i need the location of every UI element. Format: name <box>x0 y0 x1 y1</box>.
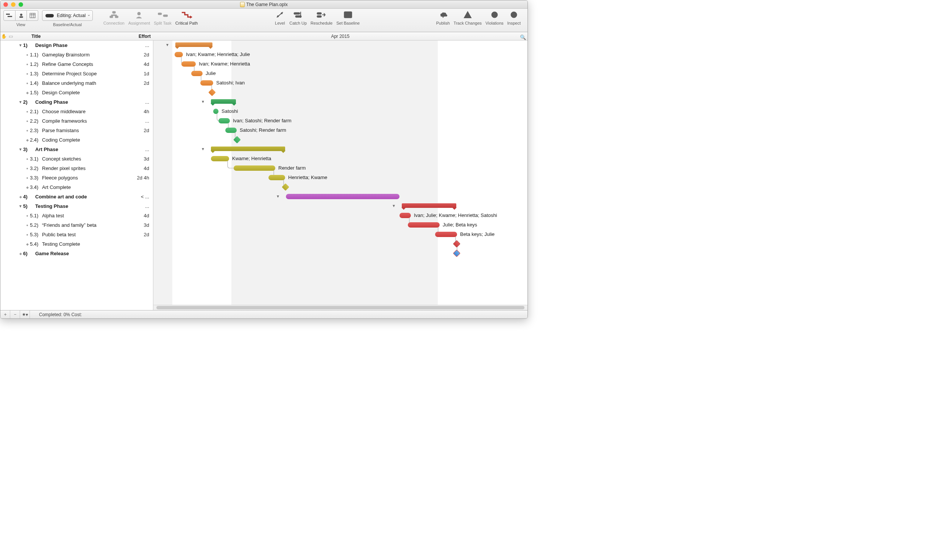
task-name[interactable]: Compile frameworks <box>42 118 130 124</box>
summary-disclosure-icon[interactable]: ▼ <box>165 43 169 47</box>
task-effort[interactable]: 2d <box>130 232 153 237</box>
gantt-row[interactable]: Beta keys; Julie <box>153 230 527 239</box>
task-row[interactable]: ◆2.4) Coding Complete <box>0 135 153 145</box>
gantt-row[interactable]: Ivan; Julie; Kwame; Henrietta; Satoshi <box>153 211 527 220</box>
gantt-row[interactable] <box>153 249 527 258</box>
gantt-row[interactable]: Henrietta; Kwame <box>153 173 527 183</box>
task-effort[interactable]: 1d <box>130 71 153 76</box>
critical-path-icon[interactable] <box>181 10 192 19</box>
gantt-row[interactable]: ▼ <box>153 192 527 201</box>
disclosure-icon[interactable]: ▼ <box>18 43 23 47</box>
task-name[interactable]: Combine art and code <box>35 194 130 200</box>
task-row[interactable]: ●1.4) Balance underlying math2d <box>0 78 153 88</box>
gantt-row[interactable]: Julie; Beta keys <box>153 220 527 230</box>
action-menu-button[interactable]: ✷▾ <box>20 310 30 318</box>
gantt-row[interactable]: Kwame; Henrietta <box>153 154 527 164</box>
task-row[interactable]: ●5.2) “Friends and family” beta3d <box>0 220 153 230</box>
task-effort[interactable]: 2d <box>130 52 153 58</box>
task-outline[interactable]: ▼1) Design Phase...●1.1) Gameplay Brains… <box>0 41 153 310</box>
remove-button[interactable]: － <box>10 310 20 318</box>
zoom-icon[interactable] <box>19 2 23 7</box>
disclosure-icon[interactable]: ▼ <box>18 100 23 104</box>
gantt-row[interactable] <box>153 135 527 145</box>
minimize-icon[interactable] <box>11 2 16 7</box>
notes-column-icon[interactable]: ▭ <box>7 34 14 39</box>
gantt-milestone[interactable] <box>233 136 241 144</box>
task-name[interactable]: Balance underlying math <box>42 80 130 86</box>
gantt-task-bar[interactable] <box>200 80 213 86</box>
task-name[interactable]: Art Phase <box>35 147 130 152</box>
gantt-task-bar[interactable] <box>213 109 218 114</box>
hand-tool-icon[interactable]: ✋ <box>0 34 7 39</box>
split-task-icon[interactable] <box>157 10 169 19</box>
gantt-task-bar[interactable] <box>400 213 411 218</box>
violations-icon[interactable] <box>489 10 500 19</box>
gantt-row[interactable]: ▼ <box>153 41 527 50</box>
gantt-task-bar[interactable] <box>191 71 203 76</box>
task-name[interactable]: Render pixel sprites <box>42 165 130 171</box>
gantt-chart[interactable]: ▼Ivan; Kwame; Henrietta; JulieIvan; Kwam… <box>153 41 527 310</box>
task-name[interactable]: Testing Phase <box>35 203 130 209</box>
task-row[interactable]: ●5.1) Alpha test4d <box>0 211 153 220</box>
task-row[interactable]: ◆4) Combine art and code< ... <box>0 192 153 201</box>
gantt-row[interactable]: Satoshi; Render farm <box>153 126 527 135</box>
gantt-row[interactable]: Satoshi <box>153 107 527 116</box>
task-effort[interactable]: 2d <box>130 80 153 86</box>
gantt-row[interactable]: Ivan; Kwame; Henrietta <box>153 59 527 69</box>
task-effort[interactable]: 4d <box>130 61 153 67</box>
task-row[interactable]: ◆5.4) Testing Complete <box>0 239 153 249</box>
summary-disclosure-icon[interactable]: ▼ <box>201 100 205 104</box>
assignment-icon[interactable] <box>133 10 145 19</box>
gantt-summary-bar[interactable] <box>175 42 212 47</box>
publish-icon[interactable] <box>437 10 449 19</box>
task-name[interactable]: Design Complete <box>42 90 130 95</box>
task-effort[interactable]: 4d <box>130 165 153 171</box>
summary-disclosure-icon[interactable]: ▼ <box>392 204 396 208</box>
task-name[interactable]: “Friends and family” beta <box>42 222 130 228</box>
connection-icon[interactable] <box>108 10 120 19</box>
gantt-task-bar[interactable] <box>268 175 285 180</box>
gantt-task-bar[interactable] <box>435 232 457 237</box>
gantt-row[interactable]: ▼ <box>153 97 527 107</box>
effort-column-header[interactable]: Effort <box>130 34 153 39</box>
task-row[interactable]: ◆1.5) Design Complete <box>0 88 153 97</box>
task-effort[interactable]: < ... <box>130 194 153 200</box>
catch-up-icon[interactable] <box>292 10 304 19</box>
task-name[interactable]: Determine Project Scope <box>42 71 130 76</box>
horizontal-scrollbar[interactable] <box>153 305 527 310</box>
task-name[interactable]: Game Release <box>35 251 130 256</box>
task-name[interactable]: Design Phase <box>35 42 130 48</box>
gantt-row[interactable] <box>153 183 527 192</box>
gantt-row[interactable] <box>153 88 527 97</box>
task-effort[interactable]: ... <box>130 203 153 209</box>
task-effort[interactable]: ... <box>130 42 153 48</box>
gantt-task-bar[interactable] <box>286 194 400 199</box>
task-effort[interactable]: 2d <box>130 128 153 133</box>
disclosure-icon[interactable]: ▼ <box>18 147 23 151</box>
task-effort[interactable]: 3d <box>130 222 153 228</box>
task-effort[interactable]: 4d <box>130 213 153 218</box>
task-row[interactable]: ◆6) Game Release <box>0 249 153 258</box>
gantt-row[interactable]: Render farm <box>153 164 527 173</box>
gantt-view-button[interactable] <box>3 10 16 21</box>
summary-disclosure-icon[interactable]: ▼ <box>201 147 205 151</box>
gantt-summary-bar[interactable] <box>211 147 285 151</box>
task-row[interactable]: ◆3.4) Art Complete <box>0 183 153 192</box>
task-name[interactable]: Testing Complete <box>42 241 130 247</box>
task-effort[interactable]: 4h <box>130 109 153 114</box>
gantt-summary-bar[interactable] <box>211 99 236 104</box>
titlebar[interactable]: The Game Plan.oplx <box>0 0 527 9</box>
editing-popup[interactable]: Editing: Actual <box>42 10 93 21</box>
task-row[interactable]: ●3.3) Fleece polygons2d 4h <box>0 173 153 183</box>
task-effort[interactable]: ... <box>130 118 153 124</box>
task-row[interactable]: ●1.2) Refine Game Concepts4d <box>0 59 153 69</box>
task-name[interactable]: Art Complete <box>42 184 130 190</box>
gantt-task-bar[interactable] <box>234 165 275 171</box>
task-row[interactable]: ●5.3) Public beta test2d <box>0 230 153 239</box>
task-name[interactable]: Coding Complete <box>42 137 130 143</box>
gantt-row[interactable]: Julie <box>153 69 527 78</box>
gantt-row[interactable]: ▼ <box>153 145 527 154</box>
task-row[interactable]: ▼1) Design Phase... <box>0 41 153 50</box>
summary-disclosure-icon[interactable]: ▼ <box>276 194 280 198</box>
set-baseline-icon[interactable] <box>342 10 354 19</box>
